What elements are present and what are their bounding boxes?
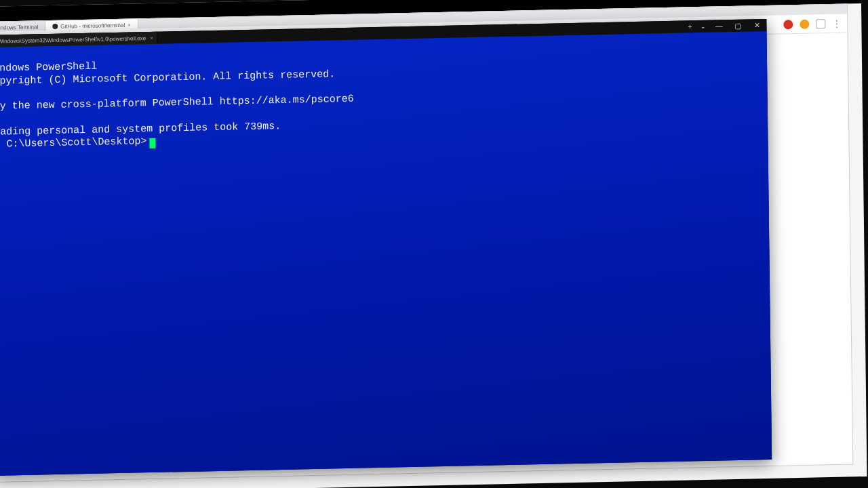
cursor — [149, 138, 155, 148]
extension-icon[interactable] — [783, 20, 793, 29]
output-line: Try the new cross-platform PowerShell ht… — [0, 94, 354, 113]
maximize-button[interactable]: ▢ — [728, 20, 747, 33]
close-icon[interactable]: × — [127, 22, 131, 28]
maximize-icon: ▢ — [734, 21, 741, 30]
tab-dropdown-button[interactable]: ⌄ — [697, 20, 709, 33]
minimize-icon: — — [715, 22, 723, 30]
tab-label: Windows Terminal — [0, 24, 38, 30]
terminal-window: C:\Windows\System32\WindowsPowerShell\v1… — [0, 19, 772, 476]
plus-icon: + — [688, 22, 692, 30]
new-tab-button[interactable]: + — [682, 20, 697, 33]
prompt-line: PS C:\Users\Scott\Desktop> — [0, 136, 156, 150]
browser-tab[interactable]: Windows Terminal — [0, 21, 45, 32]
minimize-button[interactable]: — — [709, 20, 728, 33]
close-icon[interactable]: × — [150, 35, 153, 41]
chevron-down-icon: ⌄ — [701, 23, 706, 30]
browser-menu-icon[interactable]: ⋮ — [832, 18, 842, 28]
github-icon — [52, 24, 58, 29]
output-line: Windows PowerShell — [0, 60, 97, 74]
tab-label: GitHub - microsoft/terminal — [60, 22, 125, 29]
close-window-button[interactable]: ✕ — [747, 19, 766, 32]
terminal-body[interactable]: Windows PowerShell Copyright (C) Microso… — [0, 31, 772, 476]
close-icon: ✕ — [754, 21, 760, 30]
extension-icon[interactable] — [800, 19, 809, 28]
screen: Windows Terminal GitHub - microsoft/term… — [0, 0, 867, 488]
extension-icon[interactable] — [816, 19, 825, 28]
browser-tab-active[interactable]: GitHub - microsoft/terminal × — [45, 19, 138, 30]
prompt-text: PS C:\Users\Scott\Desktop> — [0, 136, 147, 150]
terminal-tab-title: C:\Windows\System32\WindowsPowerShell\v1… — [0, 35, 146, 45]
